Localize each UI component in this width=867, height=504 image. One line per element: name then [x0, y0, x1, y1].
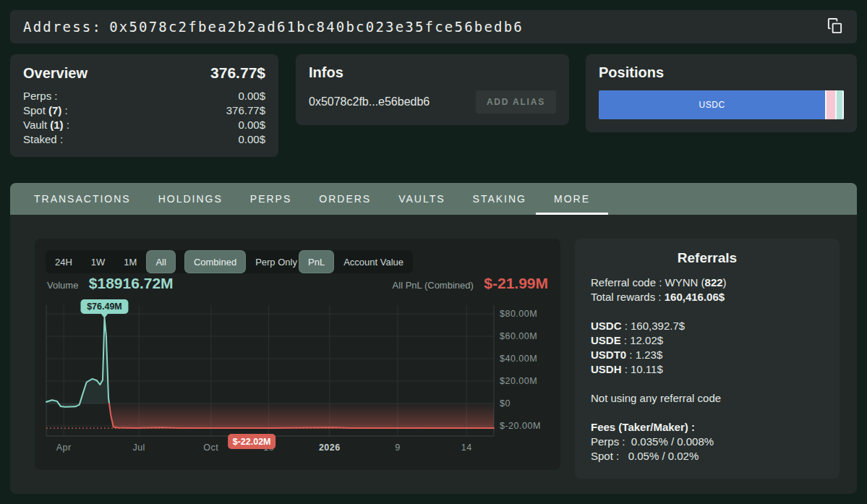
filter-1w-button[interactable]: 1W	[82, 250, 115, 273]
filter-1m-button[interactable]: 1M	[114, 250, 146, 273]
positions-title: Positions	[599, 64, 664, 81]
overview-total: 376.77$	[210, 64, 265, 82]
volume-stat: Volume $18916.72M	[47, 275, 174, 292]
overview-title: Overview	[23, 65, 87, 82]
position-segment[interactable]	[835, 90, 844, 119]
y-axis-label: $0	[500, 398, 511, 409]
filter-group-range-mode: 24H1W1MAllCombinedPerp Only	[46, 250, 307, 273]
tab-bar: TRANSACTIONSHOLDINGSPERPSORDERSVAULTSSTA…	[10, 183, 857, 215]
position-segment[interactable]	[825, 90, 835, 119]
tab-vaults[interactable]: VAULTS	[385, 183, 458, 215]
overview-row-label: Staked :	[23, 132, 63, 147]
tab-more[interactable]: MORE	[540, 183, 604, 215]
volume-label: Volume	[47, 280, 78, 291]
copy-icon	[827, 17, 843, 36]
pnl-chart[interactable]: AprJulOct102026914$80.00M$60.00M$40.00M$…	[35, 299, 560, 470]
y-axis-label: $40.00M	[500, 354, 537, 364]
active-tab-underline	[536, 213, 608, 215]
referrals-line: USDC : 160,392.7$	[591, 319, 824, 333]
y-axis-label: $-20.00M	[500, 421, 541, 431]
overview-card: Overview 376.77$ Perps :0.00$Spot (7) :3…	[10, 54, 278, 157]
main-panel: TRANSACTIONSHOLDINGSPERPSORDERSVAULTSSTA…	[10, 183, 857, 494]
volume-value: $18916.72M	[89, 275, 174, 291]
filter-pnl-button[interactable]: PnL	[299, 250, 334, 273]
referrals-line: Referral code : WYNN (822)	[591, 276, 824, 290]
referrals-line: Spot : 0.05% / 0.02%	[591, 449, 824, 464]
y-axis-label: $80.00M	[500, 309, 537, 319]
overview-row-value: 376.77$	[226, 103, 265, 118]
referrals-line: Fees (Taker/Maker) :	[591, 420, 824, 435]
overview-row-label: Perps :	[23, 89, 58, 103]
overview-row-spot: Spot (7) :376.77$	[23, 103, 265, 118]
referrals-line: Total rewards : 160,416.06$	[591, 290, 824, 304]
infos-card: Infos 0x5078c2fb...e56bedb6 ADD ALIAS	[296, 54, 569, 125]
chart-stats-row: Volume $18916.72M All PnL (Combined) $-2…	[47, 275, 548, 292]
address-text: Address:0x5078c2fbea2b2ad61bc840bc023e35…	[23, 19, 524, 35]
peak-tooltip-label: $76.49M	[87, 302, 122, 312]
referrals-line: USDE : 12.02$	[591, 333, 824, 348]
tab-staking[interactable]: STAKING	[459, 183, 540, 215]
address-label: Address:	[23, 19, 102, 35]
filter-24h-button[interactable]: 24H	[46, 250, 82, 273]
overview-rows: Perps :0.00$Spot (7) :376.77$Vault (1) :…	[23, 89, 265, 147]
tab-holdings[interactable]: HOLDINGS	[145, 183, 236, 215]
x-axis-label: Oct	[203, 443, 218, 453]
pnl-stat: All PnL (Combined) $-21.99M	[393, 275, 548, 292]
referrals-lines: Referral code : WYNN (822)Total rewards …	[591, 276, 824, 464]
overview-row-value: 0.00$	[238, 89, 265, 103]
tab-orders[interactable]: ORDERS	[305, 183, 385, 215]
chart-positive-area	[46, 317, 109, 406]
referrals-line: Not using any referral code	[591, 391, 824, 406]
referrals-line: Perps : 0.035% / 0.008%	[591, 435, 824, 449]
filter-account-value-button[interactable]: Account Value	[334, 250, 413, 273]
x-axis-label: Jul	[132, 443, 145, 453]
referrals-spacer	[591, 377, 824, 391]
referrals-line: USDH : 10.11$	[591, 362, 824, 377]
tab-perps[interactable]: PERPS	[236, 183, 305, 215]
referrals-title: Referrals	[591, 250, 824, 266]
filter-perp-only-button[interactable]: Perp Only	[246, 250, 307, 273]
add-alias-button[interactable]: ADD ALIAS	[476, 90, 556, 114]
x-axis-label: Apr	[56, 443, 72, 453]
filter-combined-button[interactable]: Combined	[184, 250, 246, 273]
filter-group-metric: PnLAccount Value	[299, 250, 413, 273]
overview-row-value: 0.00$	[238, 118, 265, 132]
x-axis-label: 14	[461, 443, 472, 453]
peak-tooltip-pointer	[101, 314, 108, 319]
overview-row-perps: Perps :0.00$	[23, 89, 265, 103]
short-address: 0x5078c2fb...e56bedb6	[309, 95, 430, 108]
address-bar: Address:0x5078c2fbea2b2ad61bc840bc023e35…	[10, 10, 857, 43]
tab-transactions[interactable]: TRANSACTIONS	[20, 183, 145, 215]
position-segment-usdc[interactable]: USDC	[599, 90, 825, 119]
y-axis-label: $20.00M	[500, 376, 537, 386]
y-axis-label: $60.00M	[500, 331, 537, 341]
chart-negative-area	[109, 403, 494, 428]
overview-row-vault: Vault (1) :0.00$	[23, 118, 265, 132]
chart-card: 24H1W1MAllCombinedPerp Only PnLAccount V…	[35, 239, 560, 470]
address-value: 0x5078c2fbea2b2ad61bc840bc023e35fce56bed…	[109, 19, 524, 35]
referrals-spacer	[591, 304, 824, 319]
pnl-label: All PnL (Combined)	[393, 280, 474, 291]
overview-row-label: Vault (1) :	[23, 118, 69, 132]
overview-row-staked: Staked :0.00$	[23, 132, 265, 147]
x-axis-label: 9	[395, 443, 400, 453]
page: Address:0x5078c2fbea2b2ad61bc840bc023e35…	[0, 0, 867, 504]
positions-card: Positions USDC	[586, 54, 857, 132]
filter-all-button[interactable]: All	[146, 250, 175, 273]
overview-row-value: 0.00$	[238, 132, 265, 147]
overview-row-label: Spot (7) :	[23, 103, 68, 118]
referrals-card: Referrals Referral code : WYNN (822)Tota…	[575, 239, 840, 479]
x-axis-label: 2026	[319, 443, 341, 453]
positions-bar: USDC	[599, 90, 844, 119]
pnl-value: $-21.99M	[484, 275, 548, 291]
infos-title: Infos	[309, 64, 343, 81]
copy-address-button[interactable]	[822, 14, 847, 39]
current-value-badge-label: $-22.02M	[233, 437, 271, 447]
referrals-spacer	[591, 406, 824, 420]
referrals-line: USDT0 : 1.23$	[591, 348, 824, 362]
